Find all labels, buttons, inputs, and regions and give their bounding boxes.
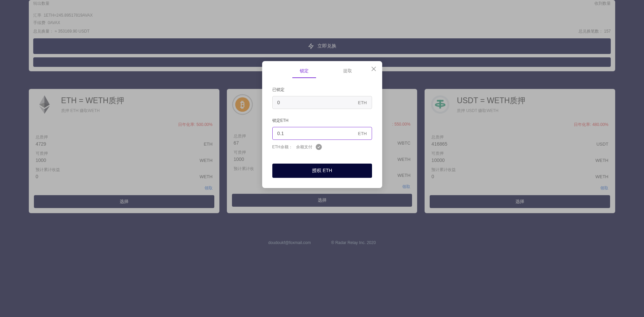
lock-amount-field[interactable]: ETH <box>272 127 372 140</box>
balance-row: ETH余额： 余额支付 <box>272 144 372 150</box>
lock-modal: 锁定 提取 已锁定 ETH 锁定ETH ETH ETH余额： 余额支付 授权 E… <box>262 61 382 188</box>
modal-tabs: 锁定 提取 <box>272 68 372 78</box>
balance-label: ETH余额： <box>272 144 293 150</box>
lock-unit: ETH <box>358 131 367 136</box>
modal-close-button[interactable] <box>371 66 377 72</box>
balance-pay-label: 余额支付 <box>296 144 312 150</box>
lock-amount-input[interactable] <box>277 131 358 136</box>
locked-amount-field: ETH <box>272 96 372 109</box>
check-badge-icon <box>316 144 322 150</box>
locked-unit: ETH <box>358 100 367 105</box>
authorize-button[interactable]: 授权 ETH <box>272 164 372 178</box>
locked-label: 已锁定 <box>272 87 372 93</box>
lock-label: 锁定ETH <box>272 118 372 124</box>
modal-overlay[interactable]: 锁定 提取 已锁定 ETH 锁定ETH ETH ETH余额： 余额支付 授权 E… <box>0 0 644 317</box>
tab-withdraw[interactable]: 提取 <box>343 68 352 78</box>
close-icon <box>371 67 376 71</box>
tab-lock[interactable]: 锁定 <box>292 68 316 78</box>
locked-amount-input[interactable] <box>277 100 358 105</box>
